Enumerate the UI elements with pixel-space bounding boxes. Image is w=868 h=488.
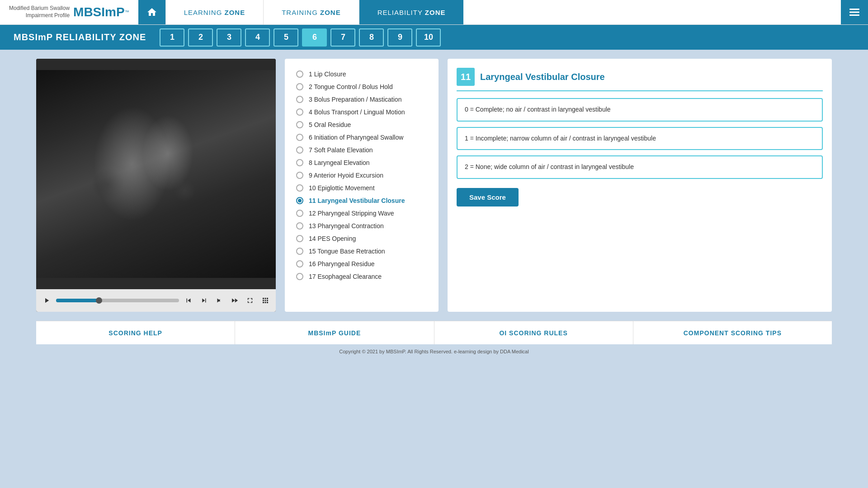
copyright-text: Copyright © 2021 by MBSImP. All Rights R… [339,349,528,354]
component-label-5: 5 Oral Residue [309,121,351,128]
bottom-btn-component-scoring-tips[interactable]: COMPONENT SCORING TIPS [633,321,832,344]
component-radio-8 [296,159,303,166]
hamburger-icon [849,9,859,16]
svg-rect-0 [849,9,859,10]
component-item-4[interactable]: 4 Bolus Transport / Lingual Motion [296,106,427,118]
menu-button[interactable] [841,0,868,24]
top-nav: Modified Barium Swallow Impairment Profi… [0,0,868,25]
component-item-6[interactable]: 6 Initiation of Pharyngeal Swallow [296,131,427,144]
play-icon [42,296,51,305]
component-radio-16 [296,260,303,267]
zone-header: MBSImP RELIABILITY ZONE 12345678910 [0,25,868,50]
component-item-8[interactable]: 8 Laryngeal Elevation [296,156,427,169]
component-radio-14 [296,235,303,242]
scoring-active-title: Laryngeal Vestibular Closure [480,72,605,82]
training-zone-btn[interactable]: TRAINING ZONE [263,0,359,24]
component-label-1: 1 Lip Closure [309,70,346,78]
component-item-15[interactable]: 15 Tongue Base Retraction [296,245,427,258]
training-label-bold: ZONE [320,9,341,16]
component-radio-1 [296,70,303,78]
component-item-9[interactable]: 9 Anterior Hyoid Excursion [296,169,427,182]
learning-label-light: LEARNING [184,9,225,16]
component-radio-10 [296,184,303,192]
session-btn-8[interactable]: 8 [359,28,384,47]
component-radio-12 [296,210,303,217]
session-btn-7[interactable]: 7 [330,28,355,47]
component-item-2[interactable]: 2 Tongue Control / Bolus Hold [296,80,427,93]
component-item-7[interactable]: 7 Soft Palate Elevation [296,144,427,156]
component-label-6: 6 Initiation of Pharyngeal Swallow [309,134,403,141]
learning-zone-btn[interactable]: LEARNING ZONE [165,0,264,24]
component-radio-3 [296,96,303,103]
component-label-9: 9 Anterior Hyoid Excursion [309,172,383,179]
components-list: 1 Lip Closure2 Tongue Control / Bolus Ho… [296,68,427,283]
score-option-0[interactable]: 0 = Complete; no air / contrast in laryn… [457,98,823,122]
component-item-11[interactable]: 11 Laryngeal Vestibular Closure [296,194,427,207]
component-item-14[interactable]: 14 PES Opening [296,232,427,245]
session-btn-6[interactable]: 6 [302,28,327,47]
component-radio-11 [296,197,303,204]
session-btn-2[interactable]: 2 [188,28,213,47]
component-item-17[interactable]: 17 Esophageal Clearance [296,270,427,283]
component-radio-4 [296,108,303,116]
step-back-button[interactable] [198,295,210,306]
logo-mbsimp-text: MBSImP [73,5,125,19]
component-item-10[interactable]: 10 Epiglottic Movement [296,182,427,194]
progress-thumb [96,297,102,304]
component-label-2: 2 Tongue Control / Bolus Hold [309,83,393,90]
training-label-light: TRAINING [282,9,320,16]
session-btn-1[interactable]: 1 [160,28,184,47]
video-controls [36,289,276,312]
component-item-13[interactable]: 13 Pharyngeal Contraction [296,220,427,232]
scoring-panel: 11 Laryngeal Vestibular Closure 0 = Comp… [448,59,832,312]
reliability-label-light: RELIABILITY [377,9,425,16]
component-item-5[interactable]: 5 Oral Residue [296,118,427,131]
component-item-1[interactable]: 1 Lip Closure [296,68,427,80]
session-btn-4[interactable]: 4 [245,28,270,47]
fullscreen-button[interactable] [244,295,256,306]
reliability-zone-btn[interactable]: RELIABILITY ZONE [359,0,464,24]
step-forward-button[interactable] [213,295,225,306]
step-back-icon [200,296,208,305]
component-item-16[interactable]: 16 Pharyngeal Residue [296,258,427,270]
fast-forward-icon [231,296,239,305]
home-button[interactable] [138,0,165,24]
scoring-header: 11 Laryngeal Vestibular Closure [457,68,823,91]
rewind-button[interactable] [183,295,194,306]
component-label-3: 3 Bolus Preparation / Mastication [309,96,401,103]
session-btn-9[interactable]: 9 [387,28,412,47]
fast-forward-button[interactable] [229,295,241,306]
save-score-button[interactable]: Save Score [457,188,519,206]
scoring-active-number: 11 [457,68,475,86]
component-radio-5 [296,121,303,128]
progress-fill [56,299,99,302]
bottom-btn-oi-scoring-rules[interactable]: OI SCORING RULES [434,321,633,344]
play-button[interactable] [41,295,52,306]
component-label-12: 12 Pharyngeal Stripping Wave [309,210,394,217]
score-option-1[interactable]: 1 = Incomplete; narrow column of air / c… [457,127,823,150]
component-item-3[interactable]: 3 Bolus Preparation / Mastication [296,93,427,106]
component-radio-7 [296,146,303,154]
component-label-4: 4 Bolus Transport / Lingual Motion [309,108,405,116]
reliability-label-bold: ZONE [425,9,446,16]
score-option-2[interactable]: 2 = None; wide column of air / contrast … [457,155,823,179]
bottom-bar: SCORING HELPMBSImP GUIDEOI SCORING RULES… [36,321,832,344]
video-panel [36,59,276,312]
component-radio-13 [296,222,303,230]
component-label-10: 10 Epiglottic Movement [309,184,375,192]
component-label-15: 15 Tongue Base Retraction [309,248,385,255]
session-btn-10[interactable]: 10 [416,28,441,47]
svg-rect-1 [849,12,859,13]
component-item-12[interactable]: 12 Pharyngeal Stripping Wave [296,207,427,220]
main-content: 1 Lip Closure2 Tongue Control / Bolus Ho… [0,50,868,321]
session-buttons: 12345678910 [160,28,441,47]
expand-button[interactable] [259,295,271,306]
step-forward-icon [215,296,223,305]
bottom-btn-scoring-help[interactable]: SCORING HELP [36,321,235,344]
session-btn-3[interactable]: 3 [217,28,241,47]
logo-area: Modified Barium Swallow Impairment Profi… [0,5,138,19]
logo-subtitle: Modified Barium Swallow Impairment Profi… [9,5,70,19]
bottom-btn-mbsimp-guide[interactable]: MBSImP GUIDE [235,321,434,344]
session-btn-5[interactable]: 5 [274,28,298,47]
progress-bar[interactable] [56,299,179,302]
